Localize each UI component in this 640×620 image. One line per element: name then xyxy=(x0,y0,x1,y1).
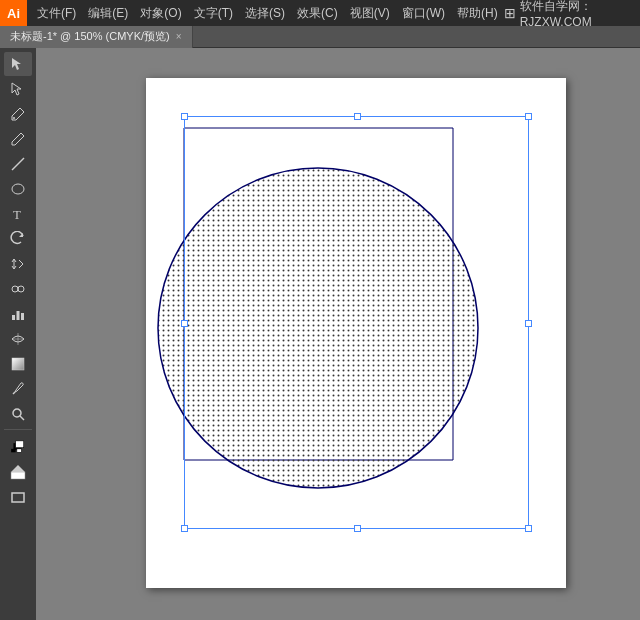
menu-text[interactable]: 文字(T) xyxy=(188,3,239,24)
menu-help[interactable]: 帮助(H) xyxy=(451,3,504,24)
tool-eyedropper[interactable] xyxy=(4,377,32,401)
circle-top-mask xyxy=(146,78,491,168)
menu-view[interactable]: 视图(V) xyxy=(344,3,396,24)
svg-line-14 xyxy=(13,392,15,394)
tab-close-button[interactable]: × xyxy=(176,31,182,42)
svg-rect-10 xyxy=(21,313,24,320)
menu-window[interactable]: 窗口(W) xyxy=(396,3,451,24)
svg-line-1 xyxy=(12,158,24,170)
title-bar: Ai 文件(F) 编辑(E) 对象(O) 文字(T) 选择(S) 效果(C) 视… xyxy=(0,0,640,26)
svg-rect-13 xyxy=(12,358,24,370)
tool-rotate[interactable] xyxy=(4,227,32,251)
tool-screen-mode[interactable] xyxy=(4,485,32,509)
menu-select[interactable]: 选择(S) xyxy=(239,3,291,24)
tab-label: 未标题-1* @ 150% (CMYK/预览) xyxy=(10,29,170,44)
canvas-svg xyxy=(146,78,566,588)
svg-point-5 xyxy=(12,286,18,292)
tool-pencil[interactable] xyxy=(4,127,32,151)
svg-rect-9 xyxy=(17,311,20,320)
svg-rect-22 xyxy=(12,493,24,502)
toolbar-divider xyxy=(4,429,32,430)
tab-bar: 未标题-1* @ 150% (CMYK/预览) × xyxy=(0,26,640,48)
tool-selection[interactable] xyxy=(4,52,32,76)
svg-text:T: T xyxy=(13,207,21,222)
tab-document[interactable]: 未标题-1* @ 150% (CMYK/预览) × xyxy=(0,26,193,48)
tool-reflect[interactable] xyxy=(4,252,32,276)
tool-zoom[interactable] xyxy=(4,402,32,426)
svg-point-0 xyxy=(13,117,15,119)
tool-mesh[interactable] xyxy=(4,327,32,351)
canvas-area xyxy=(36,48,640,620)
svg-point-6 xyxy=(18,286,24,292)
svg-line-16 xyxy=(20,416,24,420)
tool-color-mode[interactable] xyxy=(4,460,32,484)
title-right: ⊞ 软件自学网：RJZXW.COM xyxy=(504,0,640,29)
canvas-page xyxy=(146,78,566,588)
website-label: 软件自学网：RJZXW.COM xyxy=(520,0,632,29)
grid-icon: ⊞ xyxy=(504,5,516,21)
app-logo: Ai xyxy=(0,0,27,26)
circle-shape xyxy=(158,168,478,488)
menu-object[interactable]: 对象(O) xyxy=(134,3,187,24)
menu-edit[interactable]: 编辑(E) xyxy=(82,3,134,24)
tool-type[interactable]: T xyxy=(4,202,32,226)
svg-rect-18 xyxy=(16,441,24,448)
tool-pen[interactable] xyxy=(4,102,32,126)
svg-point-15 xyxy=(13,409,21,417)
menu-file[interactable]: 文件(F) xyxy=(31,3,82,24)
tool-direct-selection[interactable] xyxy=(4,77,32,101)
tool-line[interactable] xyxy=(4,152,32,176)
tool-gradient[interactable] xyxy=(4,352,32,376)
svg-point-2 xyxy=(12,184,24,194)
tool-ellipse[interactable] xyxy=(4,177,32,201)
menu-bar: 文件(F) 编辑(E) 对象(O) 文字(T) 选择(S) 效果(C) 视图(V… xyxy=(27,0,504,26)
svg-rect-8 xyxy=(12,315,15,320)
svg-rect-19 xyxy=(11,449,16,452)
toolbar: T xyxy=(0,48,36,620)
tool-column-graph[interactable] xyxy=(4,302,32,326)
tool-fill-stroke[interactable] xyxy=(4,433,32,459)
svg-rect-20 xyxy=(17,449,22,452)
main-area: T xyxy=(0,48,640,620)
menu-effect[interactable]: 效果(C) xyxy=(291,3,344,24)
svg-rect-21 xyxy=(11,472,25,479)
tool-blend[interactable] xyxy=(4,277,32,301)
